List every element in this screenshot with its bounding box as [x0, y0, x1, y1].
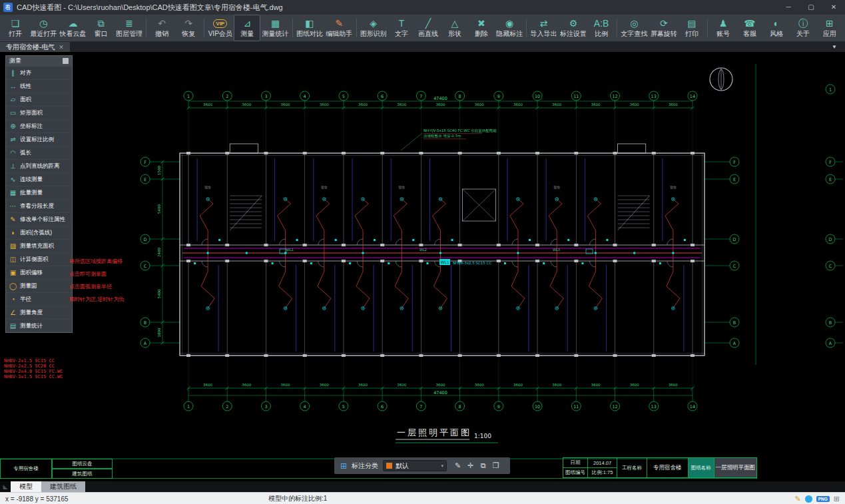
measure-tool-area[interactable]: ▱面积: [6, 93, 72, 106]
toolbar-print-button[interactable]: ▤打印: [679, 15, 705, 41]
app-window: 看 CAD快速看图 - C:\Users\ruohan\Desktop\CAD快…: [0, 0, 845, 504]
measure-tool-statistics[interactable]: ▤测量统计: [6, 319, 72, 332]
toolbar-style-button[interactable]: ◐风格: [763, 15, 790, 41]
measure-tool-rect-area[interactable]: ▭矩形面积: [6, 106, 72, 119]
toolbar-layer-manager-button[interactable]: ≣图层管理: [115, 15, 144, 41]
svg-text:8: 8: [459, 94, 461, 99]
svg-text:12: 12: [612, 404, 617, 409]
edit-annotation-button[interactable]: ✎: [451, 461, 464, 470]
annotation-category-label: 标注分类: [352, 461, 378, 471]
measure-tool-segment-length[interactable]: ⋯查看分段长度: [6, 199, 72, 212]
toolbar-annotation-settings-button[interactable]: ⚙标注设置: [559, 15, 588, 41]
move-annotation-button[interactable]: ✛: [464, 461, 477, 470]
measure-tool-label: 测量角度: [20, 309, 43, 317]
drawing-canvas[interactable]: 1122334455667788991010111112121313141436…: [0, 52, 845, 481]
cursor-coordinates: x = -9188 y = 537165: [5, 495, 119, 503]
text-search-icon: ◎: [630, 18, 638, 29]
toolbar-support-button[interactable]: ☎客服: [736, 15, 763, 41]
toolbar-draw-line-button[interactable]: ╱画直线: [415, 15, 441, 41]
svg-text:1500: 1500: [157, 166, 161, 175]
toolbar-hide-annotations-button[interactable]: ◉隐藏标注: [495, 15, 524, 41]
toolbar-open-button[interactable]: ❏打开: [2, 15, 29, 41]
measure-tool-radius[interactable]: ◔半径: [6, 292, 72, 306]
tab-list-caret-icon[interactable]: ▼: [832, 42, 845, 52]
toolbar-about-button[interactable]: ⓘ关于: [790, 15, 816, 41]
measure-tool-measure-circle[interactable]: ◯测量圆: [6, 279, 72, 292]
toolbar-label: 图层管理: [116, 29, 142, 39]
toolbar-label: 恢复: [182, 29, 195, 39]
copy-annotation-button[interactable]: ⧉: [477, 461, 489, 470]
measure-tool-align[interactable]: ∥对齐: [6, 66, 72, 79]
toolbar-screen-rotate-button[interactable]: ⟳屏幕旋转: [649, 15, 679, 41]
toolbar-cloud-drive-button[interactable]: ☁快看云盘: [58, 15, 87, 41]
svg-text:WL1: WL1: [440, 260, 449, 264]
toolbar-redo-button[interactable]: ↷恢复: [175, 15, 202, 41]
measure-tool-set-scale[interactable]: ⇌设置标注比例: [6, 132, 72, 146]
svg-text:10: 10: [535, 404, 540, 409]
maximize-button[interactable]: ▢: [800, 0, 822, 15]
toolbar-label: 风格: [770, 29, 783, 39]
png-export-icon[interactable]: PNG: [816, 496, 830, 502]
scale-hint: 模型中的标注比例:1: [268, 494, 327, 503]
measure-tool-linear[interactable]: ↔线性: [6, 79, 72, 93]
measure-tool-side-area[interactable]: ◫计算侧面积: [6, 252, 72, 266]
measure-tool-coordinate[interactable]: ⊕坐标标注: [6, 119, 72, 132]
apps-grid-icon[interactable]: ⊞: [834, 495, 840, 503]
measure-tool-angle[interactable]: ∠测量角度: [6, 306, 72, 319]
annotation-category-bar: ⊞ 标注分类 默认 ▾ ✎✛⧉❒: [334, 457, 510, 474]
measure-tool-label: 面积(含弧线): [20, 229, 52, 237]
toolbar-drawing-compare-button[interactable]: ◧图纸对比: [295, 15, 324, 41]
toolbar-vip-member-button[interactable]: VIPVIP会员: [206, 15, 234, 41]
align-icon: ∥: [9, 69, 17, 77]
edit-annotation-icon: ✎: [9, 216, 17, 223]
measure-tool-continuous[interactable]: ∿连续测量: [6, 172, 72, 186]
segment-length-icon: ⋯: [9, 202, 17, 210]
tab-close-icon[interactable]: ✕: [59, 44, 64, 51]
sheet-tab-0[interactable]: 模型: [11, 481, 41, 492]
measure-tool-area-arc[interactable]: ◗面积(含弧线): [6, 226, 72, 239]
svg-text:3600: 3600: [397, 383, 406, 387]
open-icon: ❏: [11, 18, 20, 29]
svg-text:1800: 1800: [157, 328, 161, 337]
qq-service-icon[interactable]: [805, 495, 812, 503]
toolbar-undo-button[interactable]: ↶撤销: [148, 15, 175, 41]
sheet-tab-1[interactable]: 建筑图纸: [41, 481, 85, 492]
toolbar-account-button[interactable]: ♟账号: [710, 15, 736, 41]
measure-tool-arc-length[interactable]: ◠弧长: [6, 146, 72, 159]
toolbar-text-button[interactable]: T文字: [388, 15, 415, 41]
toolbar-scale-button[interactable]: A:B比例: [588, 15, 615, 41]
toolbar-measure-stats-button[interactable]: ▦测量统计: [260, 15, 290, 41]
measure-tool-batch[interactable]: ▦批量测量: [6, 186, 72, 199]
sheet-nav-button[interactable]: ◣: [0, 481, 11, 492]
toolbar-edit-assistant-button[interactable]: ✎编辑助手: [324, 15, 354, 41]
tool-hint-text: 顺时针为正,逆时针为负: [69, 296, 124, 303]
toolbar-shapes-button[interactable]: △形状: [441, 15, 468, 41]
measure-tool-point-to-line[interactable]: ⊥点到直线的距离: [6, 159, 72, 172]
svg-text:3600: 3600: [591, 383, 600, 387]
toolbar-label: 账号: [716, 29, 730, 39]
measure-tool-area-offset[interactable]: ▣面积偏移: [6, 266, 72, 279]
toolbar-text-search-button[interactable]: ◎文字查找: [619, 15, 649, 41]
toolbar-measure-button[interactable]: ⊿测量: [234, 15, 260, 41]
toolbar-delete-button[interactable]: ✖删除: [468, 15, 495, 41]
minimize-button[interactable]: ─: [777, 0, 800, 15]
measure-tool-edit-annotation[interactable]: ✎修改单个标注属性: [6, 212, 72, 226]
panel-close-button[interactable]: [63, 58, 69, 64]
cloud-drive-icon: ☁: [69, 18, 78, 29]
tab-document-active[interactable]: 专用宿舍楼-电气 ✕: [0, 42, 70, 52]
vip-member-icon: VIP: [213, 19, 227, 28]
measure-tool-fill-area[interactable]: ▨测量填充面积: [6, 239, 72, 252]
toolbar-window-button[interactable]: ⧉窗口: [88, 15, 115, 41]
category-grid-icon[interactable]: ⊞: [340, 461, 347, 471]
annotate-icon[interactable]: ✎: [794, 495, 800, 503]
point-to-line-icon: ⊥: [9, 162, 17, 170]
measure-tool-label: 测量填充面积: [20, 242, 54, 250]
tab-label: 专用宿舍楼-电气: [6, 43, 55, 52]
close-button[interactable]: ✕: [822, 0, 845, 15]
toolbar-recent-open-button[interactable]: ◷最近打开: [29, 15, 58, 41]
toolbar-apps-button[interactable]: ⊞应用: [816, 15, 843, 41]
toolbar-import-export-button[interactable]: ⇄导入导出: [529, 15, 558, 41]
paste-annotation-button[interactable]: ❒: [489, 461, 502, 470]
toolbar-shape-recognition-button[interactable]: ◈图形识别: [359, 15, 388, 41]
category-select[interactable]: 默认 ▾: [383, 460, 447, 471]
